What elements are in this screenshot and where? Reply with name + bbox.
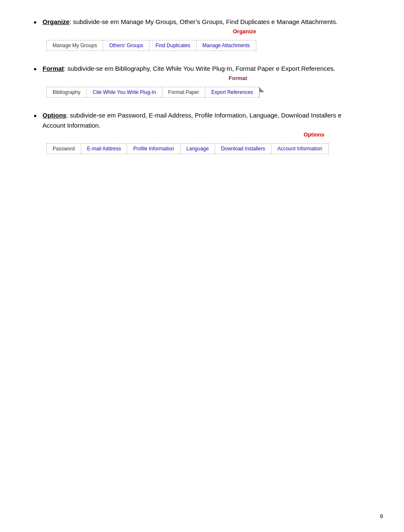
- organize-term: Organize: [43, 18, 69, 25]
- organize-text: Organize: subdivide-se em Manage My Grou…: [43, 18, 338, 25]
- options-menu-bar: Password E-mail Address Profile Informat…: [46, 143, 329, 154]
- menu-item-password[interactable]: Password: [47, 144, 81, 154]
- bullet-dot-options: •: [34, 111, 37, 121]
- organize-section: • Organize: subdivide-se em Manage My Gr…: [34, 17, 345, 27]
- menu-item-find-duplicates[interactable]: Find Duplicates: [149, 40, 197, 51]
- menu-item-manage-attachments[interactable]: Manage Attachments: [197, 40, 256, 51]
- bullet-dot-format: •: [34, 64, 37, 74]
- options-menu-label: Options: [304, 131, 324, 138]
- options-term: Options: [43, 112, 66, 119]
- menu-item-email-address[interactable]: E-mail Address: [81, 144, 128, 154]
- organize-menu-wrapper: Organize Manage My Groups Others' Groups…: [34, 40, 345, 51]
- format-menu-label: Format: [229, 75, 247, 81]
- menu-item-cite-while-you-write[interactable]: Cite While You Write Plug-In: [87, 87, 162, 97]
- options-text: Options: subdivide-se em Password, E-mai…: [43, 112, 341, 129]
- menu-item-export-references[interactable]: Export References: [205, 87, 259, 97]
- format-menu-bar: Bibliography Cite While You Write Plug-I…: [46, 87, 260, 98]
- options-text-body: : subdivide-se em Password, E-mail Addre…: [43, 112, 341, 129]
- format-corner-icon: [259, 87, 264, 92]
- menu-item-manage-my-groups[interactable]: Manage My Groups: [47, 40, 103, 51]
- format-text-body: : subdivide-se em Bibliography, Cite Whi…: [64, 65, 335, 72]
- options-menu-wrapper: Options Password E-mail Address Profile …: [34, 143, 345, 154]
- menu-item-others-groups[interactable]: Others' Groups: [103, 40, 149, 51]
- menu-item-profile-information[interactable]: Profile Information: [127, 144, 180, 154]
- organize-menu-label: Organize: [233, 28, 256, 35]
- bullet-dot-organize: •: [34, 18, 37, 27]
- format-menu-wrapper: Format Bibliography Cite While You Write…: [34, 87, 345, 98]
- options-section: • Options: subdivide-se em Password, E-m…: [34, 110, 345, 131]
- menu-item-format-paper[interactable]: Format Paper: [162, 87, 205, 97]
- format-text: Format: subdivide-se em Bibliography, Ci…: [43, 65, 335, 72]
- format-section: • Format: subdivide-se em Bibliography, …: [34, 64, 345, 74]
- organize-text-body: : subdivide-se em Manage My Groups, Othe…: [69, 18, 338, 25]
- menu-item-language[interactable]: Language: [181, 144, 215, 154]
- menu-item-download-installers[interactable]: Download Installers: [215, 144, 271, 154]
- format-term: Format: [43, 65, 64, 72]
- menu-item-account-information[interactable]: Account Information: [271, 144, 328, 154]
- organize-menu-bar: Manage My Groups Others' Groups Find Dup…: [46, 40, 256, 51]
- menu-item-bibliography[interactable]: Bibliography: [47, 87, 87, 97]
- page-number: 9: [380, 513, 383, 519]
